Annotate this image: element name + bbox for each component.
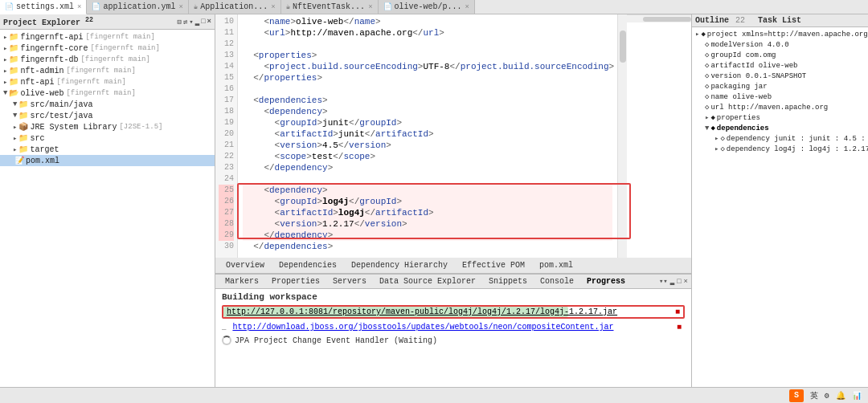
outline-item-project[interactable]: ▸ ◆ project xmlns=http://maven.apache.or…	[692, 29, 868, 39]
tree-item-nft-api[interactable]: ▸ 📁 nft-api [fingernft main]	[0, 76, 215, 88]
outline-item-artifactid[interactable]: ◇ artifactId olive-web	[692, 60, 868, 71]
tree-item-fingernft-db[interactable]: ▸ 📁 fingernft-db [fingernft main]	[0, 54, 215, 65]
outline-node-icon: ◆	[710, 113, 714, 122]
tree-item-src-test-java[interactable]: ▼ 📁 src/test/java	[0, 110, 215, 121]
tree-item-src-main-java[interactable]: ▼ 📁 src/main/java	[0, 99, 215, 110]
outline-leaf-icon: ◇	[705, 71, 709, 80]
tab-close-icon[interactable]: ×	[684, 278, 688, 286]
spinner-icon	[222, 336, 231, 345]
download-url-passive[interactable]: http://download.jboss.org/jbosstools/upd…	[229, 322, 616, 332]
tab-application-yml[interactable]: 📄 application.yml ×	[87, 0, 188, 14]
tree-arrow: ▸	[3, 67, 7, 75]
status-icon2[interactable]: 🔔	[836, 391, 845, 401]
library-icon: 📦	[18, 122, 28, 132]
tree-item-target[interactable]: ▸ 📁 target	[0, 144, 215, 155]
code-lines[interactable]: <name>olive-web</name> <url>http://maven…	[238, 14, 617, 258]
outline-leaf-icon: ◇	[705, 92, 709, 101]
stop-download-icon[interactable]: ■	[672, 307, 683, 316]
folder-icon: 📁	[9, 32, 18, 42]
tab-markers[interactable]: Markers	[219, 276, 265, 287]
tab-progress[interactable]: Progress	[580, 276, 632, 287]
code-line: <project.build.sourceEncoding>UTF-8</pro…	[243, 61, 612, 72]
outline-header: Outline 22 Task List	[692, 14, 868, 27]
outline-leaf-icon: ◇	[705, 40, 709, 49]
xml-file-icon: 📝	[14, 156, 24, 165]
horizontal-scrollbar[interactable]	[627, 14, 691, 22]
tab-close-icon[interactable]: ×	[77, 3, 81, 11]
tree-item-fingernft-core[interactable]: ▸ 📁 fingernft-core [fingernft main]	[0, 43, 215, 54]
tab-console[interactable]: Console	[534, 276, 580, 287]
tab-overview[interactable]: Overview	[219, 259, 272, 271]
tab-maximize-icon[interactable]: □	[677, 278, 681, 286]
outline-arrow: ▸	[714, 134, 719, 143]
tab-close-icon[interactable]: ×	[178, 3, 182, 11]
code-scroll-thumb[interactable]	[620, 31, 626, 63]
tab-pom-xml[interactable]: pom.xml	[532, 259, 580, 271]
tab-data-source[interactable]: Data Source Explorer	[373, 276, 482, 287]
active-download-item[interactable]: http://127.0.0.1:8081/repository/maven-p…	[222, 305, 685, 319]
tab-minimize-icon[interactable]: ▂	[670, 277, 674, 286]
code-scroll-bar[interactable]	[617, 14, 627, 258]
tree-item-nft-admin[interactable]: ▸ 📁 nft-admin [fingernft main]	[0, 65, 215, 76]
pom-file-icon: 📄	[383, 2, 392, 11]
status-lang[interactable]: 英	[810, 390, 818, 401]
folder-icon: 📁	[18, 133, 28, 143]
h-scroll-thumb[interactable]	[643, 17, 691, 22]
s-logo: S	[789, 389, 804, 402]
outline-leaf-icon: ◇	[705, 51, 709, 59]
outline-item-groupid[interactable]: ◇ groupId com.omg	[692, 50, 868, 60]
code-line: </dependencies>	[243, 241, 612, 252]
tab-properties[interactable]: Properties	[265, 276, 326, 287]
tab-dependency-hierarchy[interactable]: Dependency Hierarchy	[344, 259, 455, 271]
center-panel: 10 11 12 13 14 15 16 17 18 19 20 21 22 2…	[215, 14, 691, 387]
outline-item-dep-junit[interactable]: ▸ ◇ dependency junit : junit : 4.5 : tes…	[692, 133, 868, 144]
code-line: <artifactId>junit</artifactId>	[243, 128, 612, 140]
editor-bottom-tabs: Overview Dependencies Dependency Hierarc…	[215, 258, 691, 274]
chart-icon: 📊	[852, 391, 862, 401]
tab-close-icon[interactable]: ×	[465, 3, 469, 11]
minimize-icon[interactable]: ▂	[195, 18, 199, 26]
tree-item-jre[interactable]: ▸ 📦 JRE System Library [J2SE-1.5]	[0, 121, 215, 132]
collapse-icon[interactable]: ⊟	[178, 18, 182, 26]
code-line: <properties>	[243, 50, 612, 61]
stop-download-icon2[interactable]: ■	[674, 323, 685, 332]
tab-close-icon[interactable]: ×	[271, 3, 275, 11]
outline-item-dep-log4j[interactable]: ▸ ◇ dependency log4j : log4j : 1.2.17	[692, 144, 868, 154]
outline-item-properties[interactable]: ▸ ◆ properties	[692, 112, 868, 123]
tab-settings-xml[interactable]: 📄 settings.xml ×	[0, 0, 87, 14]
outline-arrow: ▸	[714, 145, 719, 153]
tab-snippets[interactable]: Snippets	[482, 276, 534, 287]
tree-arrow: ▼	[13, 100, 17, 108]
passive-download-item[interactable]: _ http://download.jboss.org/jbosstools/u…	[222, 322, 685, 332]
code-line	[243, 39, 612, 50]
link-icon[interactable]: ⇌	[183, 18, 187, 26]
tree-item-fingernft-api[interactable]: ▸ 📁 fingernft-api [fingernft main]	[0, 31, 215, 43]
maximize-icon[interactable]: □	[201, 18, 205, 26]
java-file-icon: ☕	[194, 2, 198, 11]
status-icon1[interactable]: ⚙	[825, 391, 829, 401]
tree-item-olive-web[interactable]: ▼ 📂 olive-web [fingernft main]	[0, 88, 215, 99]
outline-leaf-icon: ◇	[720, 134, 724, 143]
outline-item-modelversion[interactable]: ◇ modelVersion 4.0.0	[692, 39, 868, 50]
folder-icon: 📁	[18, 111, 28, 120]
outline-item-url[interactable]: ◇ url http://maven.apache.org	[692, 102, 868, 112]
download-url-active[interactable]: http://127.0.0.1:8081/repository/maven-p…	[223, 307, 620, 317]
outline-item-version[interactable]: ◇ version 0.0.1-SNAPSHOT	[692, 71, 868, 81]
tab-nfteventtask[interactable]: ☕ NftEventTask... ×	[281, 0, 379, 14]
tab-dependencies[interactable]: Dependencies	[272, 259, 344, 271]
tab-servers[interactable]: Servers	[326, 276, 373, 287]
tree-item-pom-xml[interactable]: 📝 pom.xml	[0, 155, 215, 166]
outline-item-name[interactable]: ◇ name olive-web	[692, 92, 868, 102]
outline-item-packaging[interactable]: ◇ packaging jar	[692, 81, 868, 92]
code-line-highlighted: <dependency>	[243, 185, 612, 196]
tab-menu-icon[interactable]: ▾▾	[659, 277, 668, 286]
tab-effective-pom[interactable]: Effective POM	[455, 259, 532, 271]
menu-icon[interactable]: ▾	[189, 18, 193, 26]
outline-item-dependencies[interactable]: ▼ ◆ dependencies	[692, 123, 868, 133]
status-icon3[interactable]: 📊	[852, 391, 862, 401]
close-panel-icon[interactable]: ×	[207, 18, 211, 26]
tab-application[interactable]: ☕ Application... ×	[189, 0, 281, 14]
tab-olive-web[interactable]: 📄 olive-web/p... ×	[379, 0, 475, 14]
tab-close-icon[interactable]: ×	[368, 3, 372, 11]
tree-item-src[interactable]: ▸ 📁 src	[0, 132, 215, 144]
